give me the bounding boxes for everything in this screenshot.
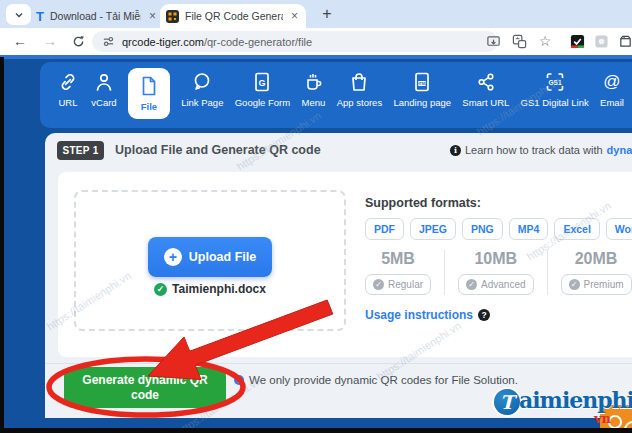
svg-text:@: @: [603, 72, 620, 91]
adblock-extension-icon: [570, 34, 585, 49]
usage-instructions-link[interactable]: Usage instructions ?: [365, 308, 490, 322]
site-settings-icon[interactable]: [102, 35, 115, 48]
html-page-icon: HTML: [410, 70, 434, 94]
nav-item-smart-url[interactable]: Smart URL: [462, 70, 509, 108]
nav-label: App stores: [337, 97, 382, 108]
tier-size: 5MB: [381, 250, 415, 268]
upload-button-label: Upload File: [189, 250, 256, 264]
format-chip-png[interactable]: PNG: [462, 218, 503, 240]
dynamic-only-note: i We only provide dynamic QR codes for F…: [234, 374, 518, 386]
person-icon: [92, 70, 116, 94]
tier-plan-label: Advanced: [481, 279, 525, 290]
taimienphi-logo: T aimienphi vn: [492, 385, 632, 433]
tab-qr-generator[interactable]: File QR Code Generator by QR T ×: [160, 4, 306, 28]
reload-icon: [72, 35, 85, 48]
tab-download[interactable]: T Download - Tải Miễn Phí VN - F ×: [36, 5, 158, 27]
format-chip-mp4[interactable]: MP4: [509, 218, 549, 240]
file-icon: [137, 74, 161, 98]
nav-label: Menu: [302, 97, 326, 108]
check-icon: ✓: [373, 279, 384, 290]
nav-label: File: [141, 101, 157, 112]
link-icon: [56, 70, 80, 94]
close-icon[interactable]: ×: [147, 10, 158, 22]
bookmark-button[interactable]: ☆: [536, 32, 554, 50]
format-chip-word[interactable]: Word: [606, 218, 632, 240]
translate-icon: [512, 34, 527, 49]
supported-formats-heading: Supported formats:: [365, 196, 481, 210]
generate-qr-button[interactable]: Generate dynamic QR code: [64, 367, 226, 408]
google-form-icon: G: [250, 70, 274, 94]
nav-item-file[interactable]: File: [128, 68, 170, 119]
nav-label: vCard: [91, 97, 116, 108]
window-frame-left: [0, 57, 4, 433]
info-icon: i: [450, 145, 461, 156]
tab-title: Download - Tải Miễn Phí VN - F: [50, 10, 141, 22]
plus-icon: +: [164, 248, 182, 266]
nav-item-vcard[interactable]: vCard: [91, 70, 116, 108]
close-icon[interactable]: ×: [289, 10, 300, 22]
forward-button[interactable]: →: [40, 31, 60, 51]
tier-plan-badge: ✓Advanced: [458, 274, 533, 295]
at-icon: @: [600, 70, 624, 94]
format-chip-pdf[interactable]: PDF: [365, 218, 404, 240]
format-chip-row: PDF JPEG PNG MP4 Excel Word: [365, 218, 632, 240]
install-icon: [486, 34, 501, 49]
nav-item-gs1-digital-link[interactable]: GS1 GS1 Digital Link: [521, 70, 589, 108]
reload-button[interactable]: [68, 31, 88, 51]
qr-tiger-favicon: [166, 10, 179, 23]
format-chip-jpeg[interactable]: JPEG: [410, 218, 456, 240]
format-chip-excel[interactable]: Excel: [554, 218, 599, 240]
chevron-down-icon: [13, 9, 25, 21]
url-path: /qr-code-generator/file: [204, 36, 312, 48]
gray-extension-icon: [594, 34, 609, 49]
new-tab-button[interactable]: +: [316, 3, 338, 25]
nav-item-app-stores[interactable]: App stores: [337, 70, 382, 108]
url-domain: qrcode-tiger.com: [122, 36, 204, 48]
check-icon: ✓: [154, 283, 167, 296]
generator-panel: STEP 1 Upload File and Generate QR code …: [45, 133, 632, 418]
tab-title: File QR Code Generator by QR T: [185, 10, 283, 22]
check-icon: ✓: [466, 279, 477, 290]
svg-text:HTML: HTML: [417, 82, 428, 86]
step-title: Upload File and Generate QR code: [115, 143, 321, 157]
tab-strip: T Download - Tải Miễn Phí VN - F × File …: [0, 0, 632, 28]
size-tier-row: 5MB ✓Regular 10MB ✓Advanced 20MB ✓Premiu…: [365, 250, 632, 295]
nav-label: Landing page: [393, 97, 451, 108]
check-icon: ✓: [569, 279, 580, 290]
browser-window: T Download - Tải Miễn Phí VN - F × File …: [0, 0, 632, 433]
nav-item-google-form[interactable]: G Google Form: [235, 70, 290, 108]
extension-secondary[interactable]: [592, 32, 610, 50]
taimienphi-t-badge: T: [494, 389, 520, 415]
url-text[interactable]: qrcode-tiger.com/qr-code-generator/file: [122, 36, 312, 48]
tab-search-button[interactable]: [6, 4, 31, 25]
taimienphi-wordmark: aimienphi: [519, 387, 632, 413]
extensions-menu-button[interactable]: [616, 32, 632, 50]
taimienphi-tld: vn: [594, 411, 611, 426]
tab-favicon-t: T: [36, 9, 44, 24]
install-app-button[interactable]: [484, 32, 502, 50]
address-bar[interactable]: qrcode-tiger.com/qr-code-generator/file: [92, 31, 498, 52]
translate-button[interactable]: [510, 32, 528, 50]
extension-adblock[interactable]: [568, 32, 586, 50]
tier-plan-badge: ✓Premium: [561, 274, 632, 295]
tier-size: 20MB: [575, 250, 618, 268]
star-icon: ☆: [539, 33, 552, 49]
dynamic-link[interactable]: dynamic: [607, 144, 632, 156]
learn-track-data: i Learn how to track data with dynamic: [450, 144, 632, 156]
nav-item-link-page[interactable]: Link Page: [181, 70, 223, 108]
tier-plan-label: Regular: [388, 279, 423, 290]
nav-label: Google Form: [235, 97, 290, 108]
nav-item-landing-page[interactable]: HTML Landing page: [393, 70, 451, 108]
back-button[interactable]: ←: [10, 31, 30, 51]
upload-file-button[interactable]: + Upload File: [148, 237, 272, 277]
uploaded-file-row: ✓ Taimienphi.docx: [118, 282, 302, 296]
nav-label: Email: [600, 97, 624, 108]
nav-item-email[interactable]: @ Email: [600, 70, 624, 108]
nav-item-url[interactable]: URL: [56, 70, 80, 108]
tier-premium: 20MB ✓Premium: [547, 250, 632, 295]
share-icon: [474, 70, 498, 94]
nav-label: GS1 Digital Link: [521, 97, 589, 108]
gs1-scan-icon: GS1: [543, 70, 567, 94]
upload-card: + Upload File ✓ Taimienphi.docx Supporte…: [58, 172, 632, 357]
nav-item-menu[interactable]: Menu: [301, 70, 325, 108]
